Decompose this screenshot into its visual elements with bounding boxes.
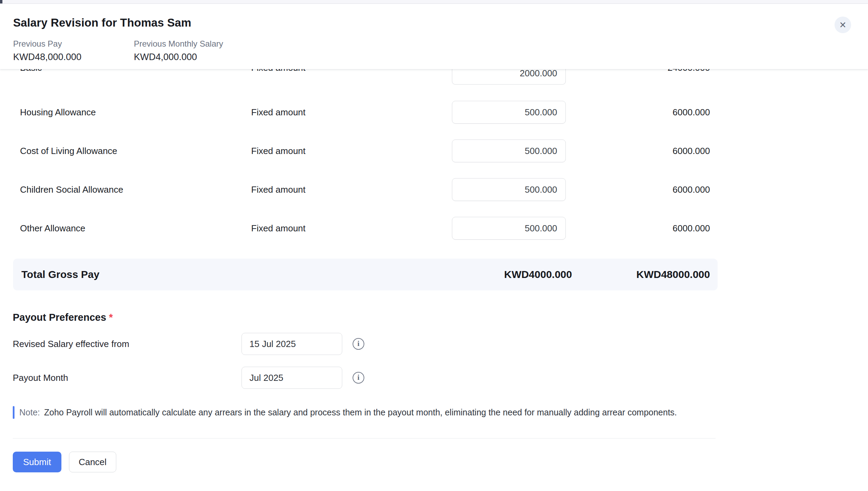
total-gross-pay-label: Total Gross Pay	[21, 269, 424, 280]
page-corner-fragment	[0, 0, 2, 3]
previous-pay-label: Previous Pay	[13, 39, 134, 49]
calculation-type: Fixed amount	[251, 107, 452, 118]
note: Note: Zoho Payroll will automatically ca…	[13, 406, 868, 419]
monthly-amount-input[interactable]	[452, 69, 566, 85]
component-name: Basic	[20, 69, 42, 73]
previous-pay-value: KWD48,000.000	[13, 52, 134, 62]
info-icon-glyph: i	[357, 340, 359, 347]
annual-amount: 6000.000	[566, 184, 710, 195]
note-accent-bar	[13, 406, 14, 419]
table-row: Cost of Living Allowance Fixed amount 60…	[20, 132, 710, 170]
table-row: Housing Allowance Fixed amount 6000.000	[20, 93, 710, 132]
close-icon: ✕	[839, 21, 847, 29]
submit-button[interactable]: Submit	[13, 452, 61, 472]
total-gross-pay-row: Total Gross Pay KWD4000.000 KWD48000.000	[13, 259, 718, 290]
payout-preferences-heading-text: Payout Preferences	[13, 312, 106, 323]
info-icon-glyph: i	[357, 374, 359, 381]
revised-salary-date-input[interactable]	[241, 333, 342, 355]
note-text: Zoho Payroll will automatically calculat…	[44, 407, 677, 417]
component-name: Housing Allowance	[20, 107, 251, 118]
monthly-amount-input[interactable]	[452, 217, 566, 240]
footer-divider	[13, 438, 716, 439]
component-name: Children Social Allowance	[20, 184, 251, 195]
component-name: Cost of Living Allowance	[20, 146, 251, 156]
payout-month-field: Payout Month i	[13, 367, 868, 389]
component-name: Other Allowance	[20, 223, 251, 234]
total-annual-value: KWD48000.000	[572, 269, 710, 280]
annual-amount: 24000.000	[668, 69, 710, 73]
calculation-type: Fixed amount	[251, 69, 306, 73]
payout-month-label: Payout Month	[13, 373, 241, 383]
close-button[interactable]: ✕	[835, 17, 851, 33]
info-icon[interactable]: i	[353, 372, 364, 384]
table-rows: Housing Allowance Fixed amount 6000.000 …	[0, 93, 868, 248]
calculation-type: Fixed amount	[251, 146, 452, 156]
previous-monthly-salary-block: Previous Monthly Salary KWD4,000.000	[134, 39, 255, 62]
revised-salary-effective-from-field: Revised Salary effective from i	[13, 333, 868, 355]
revised-salary-effective-from-label: Revised Salary effective from	[13, 339, 241, 349]
table-row: Children Social Allowance Fixed amount 6…	[20, 170, 710, 209]
table-row: Other Allowance Fixed amount 6000.000	[20, 209, 710, 248]
previous-salary-summary: Previous Pay KWD48,000.000 Previous Mont…	[13, 39, 868, 62]
annual-amount: 6000.000	[566, 107, 710, 118]
table-row-basic-clipped: Basic Fixed amount 24000.000	[0, 69, 868, 85]
annual-amount: 6000.000	[566, 223, 710, 234]
previous-monthly-salary-label: Previous Monthly Salary	[134, 39, 255, 49]
info-icon[interactable]: i	[353, 338, 364, 350]
previous-monthly-salary-value: KWD4,000.000	[134, 52, 255, 62]
modal-header: Salary Revision for Thomas Sam ✕ Previou…	[0, 4, 868, 69]
monthly-amount-input[interactable]	[452, 178, 566, 201]
action-buttons: Submit Cancel	[13, 452, 868, 472]
cancel-button[interactable]: Cancel	[69, 452, 116, 472]
monthly-amount-input[interactable]	[452, 139, 566, 162]
salary-components-table: Basic Fixed amount 24000.000 Housing All…	[0, 69, 868, 290]
payout-preferences-heading: Payout Preferences*	[13, 312, 868, 323]
monthly-amount-input[interactable]	[452, 101, 566, 124]
page-top-strip	[0, 0, 868, 4]
annual-amount: 6000.000	[566, 146, 710, 156]
note-label: Note:	[19, 407, 40, 417]
total-monthly-value: KWD4000.000	[424, 269, 572, 280]
calculation-type: Fixed amount	[251, 223, 452, 234]
payout-preferences-section: Payout Preferences* Revised Salary effec…	[13, 312, 868, 389]
previous-pay-block: Previous Pay KWD48,000.000	[13, 39, 134, 62]
modal-title: Salary Revision for Thomas Sam	[13, 16, 868, 29]
required-asterisk: *	[109, 312, 113, 323]
calculation-type: Fixed amount	[251, 184, 452, 195]
payout-month-input[interactable]	[241, 367, 342, 389]
